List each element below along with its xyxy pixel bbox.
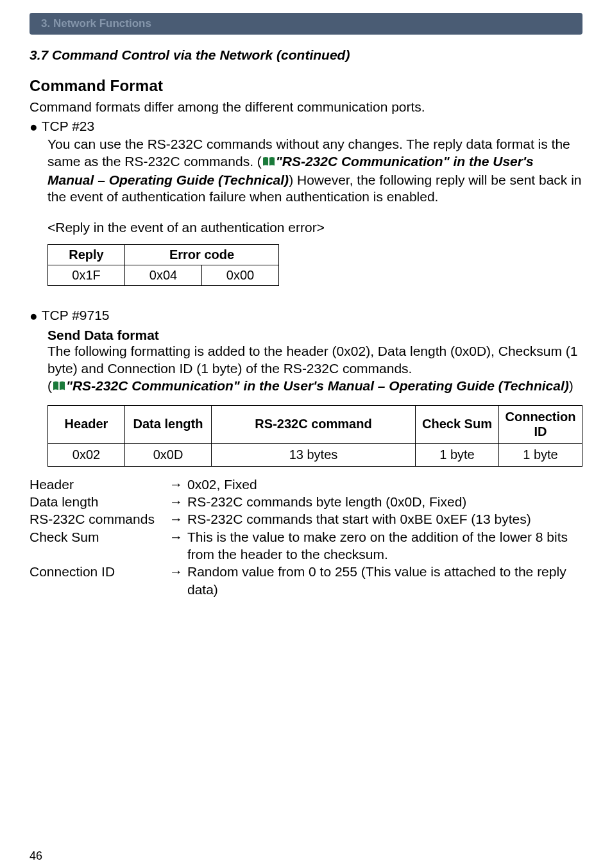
intro-paragraph: Command formats differ among the differe…: [30, 99, 582, 116]
field-row-checksum: Check Sum → This is the value to make ze…: [30, 528, 582, 563]
tcp9715-bullet-row: ● TCP #9715: [30, 308, 582, 325]
section-banner-label: 3. Network Functions: [41, 17, 151, 30]
field-desc: This is the value to make zero on the ad…: [187, 528, 582, 563]
field-desc: RS-232C commands that start with 0xBE 0x…: [187, 510, 582, 528]
reply-header: Reply: [48, 245, 125, 265]
dt-header-dlen: Data length: [125, 405, 212, 443]
tcp23-bullet-label: TCP #23: [42, 119, 95, 134]
send-body: The following formatting is added to the…: [30, 343, 582, 396]
reply-table: Reply Error code 0x1F 0x04 0x00: [47, 244, 279, 286]
field-desc: RS-232C commands byte length (0x0D, Fixe…: [187, 493, 582, 510]
book-icon: [52, 379, 66, 396]
section-banner: 3. Network Functions: [30, 13, 582, 35]
tcp23-body-paren-close: ): [289, 172, 293, 187]
send-body-paren-close: ): [569, 378, 574, 393]
tcp23-body: You can use the RS-232C commands without…: [30, 136, 582, 206]
dt-val-dlen: 0x0D: [125, 443, 212, 466]
command-format-heading: Command Format: [30, 77, 582, 95]
table-row: 0x02 0x0D 13 bytes 1 byte 1 byte: [48, 443, 582, 466]
arrow-icon: →: [169, 528, 187, 563]
page-number: 46: [30, 849, 42, 863]
field-row-commands: RS-232C commands → RS-232C commands that…: [30, 510, 582, 528]
field-definitions: Header → 0x02, Fixed Data length → RS-23…: [30, 476, 582, 598]
field-row-connectionid: Connection ID → Random value from 0 to 2…: [30, 563, 582, 598]
reply-caption: <Reply in the event of an authentication…: [30, 220, 582, 235]
arrow-icon: →: [169, 493, 187, 510]
tcp9715-bullet-label: TCP #9715: [42, 308, 110, 323]
section-subtitle: 3.7 Command Control via the Network (con…: [30, 47, 582, 63]
reply-value: 0x1F: [48, 265, 125, 286]
send-body-part1: The following formatting is added to the…: [47, 344, 577, 376]
table-row: 0x1F 0x04 0x00: [48, 265, 279, 286]
dt-header-cid: Connection ID: [499, 405, 582, 443]
dt-val-cid: 1 byte: [499, 443, 582, 466]
dt-header-csum: Check Sum: [416, 405, 499, 443]
dt-val-csum: 1 byte: [416, 443, 499, 466]
arrow-icon: →: [169, 563, 187, 598]
dt-val-cmd: 13 bytes: [212, 443, 416, 466]
bullet-dot-icon: ●: [30, 308, 42, 325]
dt-header-cmd: RS-232C command: [212, 405, 416, 443]
send-body-paren-open: (: [47, 378, 52, 393]
field-label: Header: [30, 476, 169, 493]
book-icon: [262, 154, 276, 172]
field-desc: Random value from 0 to 255 (This value i…: [187, 563, 582, 598]
bullet-dot-icon: ●: [30, 119, 42, 136]
data-format-table: Header Data length RS-232C command Check…: [47, 405, 582, 467]
dt-val-header: 0x02: [48, 443, 125, 466]
arrow-icon: →: [169, 510, 187, 528]
field-label: Check Sum: [30, 528, 169, 563]
error-value-1: 0x04: [125, 265, 202, 286]
error-value-2: 0x00: [202, 265, 279, 286]
field-row-header: Header → 0x02, Fixed: [30, 476, 582, 493]
dt-header-header: Header: [48, 405, 125, 443]
field-label: Data length: [30, 493, 169, 510]
table-row: Reply Error code: [48, 245, 279, 265]
errorcode-header: Error code: [125, 245, 279, 265]
table-row: Header Data length RS-232C command Check…: [48, 405, 582, 443]
field-desc: 0x02, Fixed: [187, 476, 582, 493]
field-label: Connection ID: [30, 563, 169, 598]
reference-2: "RS-232C Communication" in the User's Ma…: [66, 378, 569, 393]
send-data-format-heading: Send Data format: [30, 328, 582, 343]
arrow-icon: →: [169, 476, 187, 493]
field-label: RS-232C commands: [30, 510, 169, 528]
field-row-dlen: Data length → RS-232C commands byte leng…: [30, 493, 582, 510]
tcp23-bullet-row: ● TCP #23: [30, 119, 582, 136]
